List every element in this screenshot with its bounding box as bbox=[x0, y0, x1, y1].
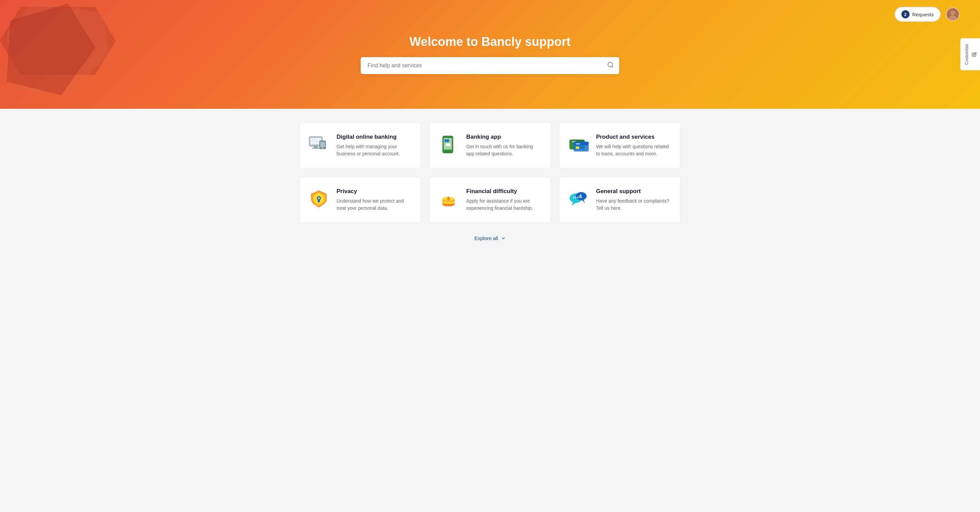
svg-point-41 bbox=[573, 197, 574, 198]
svg-point-19 bbox=[447, 151, 449, 152]
card-financial-difficulty[interactable]: $ Financial difficulty Apply for assista… bbox=[429, 177, 550, 223]
financial-difficulty-content: Financial difficulty Apply for assistanc… bbox=[466, 188, 542, 212]
svg-point-4 bbox=[950, 11, 955, 15]
requests-badge: 2 bbox=[901, 10, 910, 18]
svg-rect-26 bbox=[576, 146, 579, 149]
explore-all-label: Explore all bbox=[474, 235, 498, 241]
hero-title: Welcome to Bancly support bbox=[409, 35, 570, 49]
search-bar bbox=[361, 57, 619, 74]
general-support-content: General support Have any feedback or com… bbox=[596, 188, 672, 212]
svg-rect-17 bbox=[444, 139, 449, 142]
product-services-icon bbox=[568, 134, 589, 155]
customise-label: Customise bbox=[964, 44, 969, 65]
privacy-title: Privacy bbox=[337, 188, 412, 195]
svg-line-7 bbox=[612, 66, 613, 67]
card-banking-app[interactable]: Banking app Get in touch with us for ban… bbox=[429, 122, 550, 169]
requests-button[interactable]: 2 Requests bbox=[894, 7, 940, 22]
avatar[interactable] bbox=[946, 8, 959, 21]
svg-marker-39 bbox=[582, 200, 585, 203]
digital-banking-desc: Get help with managing your business or … bbox=[337, 143, 412, 157]
search-icon bbox=[607, 62, 614, 68]
cards-section: Digital online banking Get help with man… bbox=[293, 122, 687, 241]
svg-rect-13 bbox=[320, 142, 325, 147]
explore-all-button[interactable]: Explore all bbox=[299, 235, 681, 241]
financial-difficulty-title: Financial difficulty bbox=[466, 188, 542, 195]
svg-marker-1 bbox=[7, 0, 109, 95]
svg-point-14 bbox=[322, 148, 323, 149]
svg-marker-0 bbox=[0, 7, 116, 75]
financial-difficulty-icon: $ bbox=[438, 188, 460, 210]
chevron-down-icon bbox=[501, 236, 506, 241]
digital-banking-content: Digital online banking Get help with man… bbox=[337, 134, 412, 157]
svg-rect-10 bbox=[314, 146, 318, 148]
cards-grid: Digital online banking Get help with man… bbox=[299, 122, 681, 223]
svg-text:$: $ bbox=[447, 196, 450, 201]
svg-rect-11 bbox=[312, 148, 320, 149]
card-general-support[interactable]: & General support Have any feedback or c… bbox=[559, 177, 681, 223]
card-digital-banking[interactable]: Digital online banking Get help with man… bbox=[299, 122, 421, 169]
product-services-title: Product and services bbox=[596, 134, 672, 140]
digital-banking-icon bbox=[308, 134, 330, 155]
general-support-title: General support bbox=[596, 188, 672, 195]
product-services-content: Product and services We will help with q… bbox=[596, 134, 672, 157]
banking-app-content: Banking app Get in touch with us for ban… bbox=[466, 134, 542, 157]
search-input[interactable] bbox=[361, 57, 619, 74]
financial-difficulty-desc: Apply for assistance if you are experien… bbox=[466, 198, 542, 212]
avatar-image bbox=[947, 8, 959, 21]
svg-point-43 bbox=[577, 197, 579, 198]
svg-point-42 bbox=[575, 197, 576, 198]
svg-text:&: & bbox=[579, 193, 582, 199]
general-support-desc: Have any feedback or complaints? Tell us… bbox=[596, 198, 672, 212]
svg-rect-25 bbox=[576, 143, 580, 144]
customise-button[interactable]: Customise bbox=[960, 38, 980, 70]
hero-section: 2 Requests Customise Welcome to Bancly s… bbox=[0, 0, 980, 109]
product-services-desc: We will help with questions related to l… bbox=[596, 143, 672, 157]
hero-decoration bbox=[0, 0, 129, 109]
banking-app-desc: Get in touch with us for banking app rel… bbox=[466, 143, 542, 157]
top-navigation: 2 Requests bbox=[894, 7, 959, 22]
privacy-desc: Understand how we protect and treat your… bbox=[337, 198, 412, 212]
requests-label: Requests bbox=[912, 11, 934, 17]
banking-app-icon bbox=[438, 134, 460, 155]
search-button[interactable] bbox=[607, 62, 614, 70]
card-product-services[interactable]: Product and services We will help with q… bbox=[559, 122, 681, 169]
card-privacy[interactable]: Privacy Understand how we protect and tr… bbox=[299, 177, 421, 223]
privacy-content: Privacy Understand how we protect and tr… bbox=[337, 188, 412, 212]
svg-point-29 bbox=[318, 197, 320, 199]
svg-marker-2 bbox=[7, 3, 95, 95]
edit-icon bbox=[972, 52, 977, 57]
digital-banking-title: Digital online banking bbox=[337, 134, 412, 140]
banking-app-title: Banking app bbox=[466, 134, 542, 140]
privacy-icon bbox=[308, 188, 330, 210]
svg-rect-28 bbox=[318, 200, 320, 202]
svg-rect-18 bbox=[446, 143, 450, 146]
general-support-icon: & bbox=[568, 188, 589, 210]
